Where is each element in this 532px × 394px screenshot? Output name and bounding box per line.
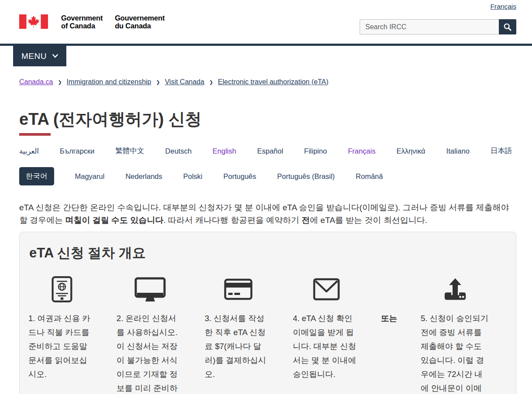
breadcrumb-link-visit-canada[interactable]: Visit Canada bbox=[165, 78, 204, 86]
language-link-spanish[interactable]: Español bbox=[257, 147, 283, 155]
overview-title: eTA 신청 절차 개요 bbox=[29, 245, 507, 261]
language-link-english[interactable]: English bbox=[213, 147, 236, 155]
breadcrumb-chevron-icon: ❯ bbox=[156, 79, 160, 85]
intro-text: 에 eTA를 받는 것이 최선입니다. bbox=[310, 216, 427, 225]
government-of-canada-signature: Government of Canada Gouvernement du Can… bbox=[19, 14, 165, 30]
language-link-arabic[interactable]: العربية bbox=[19, 147, 39, 155]
search-input[interactable] bbox=[360, 19, 499, 34]
search-button[interactable] bbox=[499, 19, 516, 34]
step-2-online-form: 2. 온라인 신청서를 사용하십시오. 이 신청서는 저장이 불가능한 서식이므… bbox=[117, 272, 183, 394]
upload-icon bbox=[443, 277, 468, 301]
step-1-prepare-documents: 1. 여권과 신용 카드나 직불 카드를 준비하고 도움말 문서를 읽어보십시오… bbox=[28, 272, 95, 394]
eta-process-overview-panel: eTA 신청 절차 개요 1. 여권과 신용 카드나 직불 카드를 준비하고 도… bbox=[19, 232, 516, 394]
envelope-icon bbox=[313, 278, 340, 301]
language-link-portuguese-brazil[interactable]: Português (Brasil) bbox=[277, 172, 335, 181]
menu-bar-divider bbox=[0, 44, 532, 46]
language-list: العربية Български 繁體中文 Deutsch English E… bbox=[19, 146, 516, 185]
search-icon bbox=[503, 23, 512, 31]
site-search bbox=[360, 19, 516, 34]
page-title: eTA (전자여행허가) 신청 bbox=[19, 110, 516, 129]
chevron-down-icon bbox=[52, 54, 58, 58]
or-label: 또는 bbox=[381, 312, 399, 325]
step-5-text: 5. 신청이 승인되기 전에 증빙 서류를 제출해야 할 수도 있습니다. 이럴… bbox=[421, 312, 490, 394]
language-link-korean-selected[interactable]: 한국어 bbox=[19, 167, 54, 185]
credit-card-icon bbox=[224, 278, 253, 300]
breadcrumb-link-eta[interactable]: Electronic travel authorization (eTA) bbox=[218, 78, 328, 86]
overview-steps: 1. 여권과 신용 카드나 직불 카드를 준비하고 도움말 문서를 읽어보십시오… bbox=[28, 272, 507, 394]
intro-bold-before: 전 bbox=[302, 216, 310, 225]
intro-text: . 따라서 캐나다행 항공편을 예약하기 bbox=[163, 216, 302, 225]
breadcrumb: Canada.ca ❯ Immigration and citizenship … bbox=[19, 78, 516, 86]
language-link-dutch[interactable]: Nederlands bbox=[125, 172, 162, 181]
intro-paragraph: eTA 신청은 간단한 온라인 수속입니다. 대부분의 신청자가 몇 분 이내에… bbox=[19, 201, 516, 226]
breadcrumb-link-immigration[interactable]: Immigration and citizenship bbox=[67, 78, 151, 86]
step-1-text: 1. 여권과 신용 카드나 직불 카드를 준비하고 도움말 문서를 읽어보십시오… bbox=[28, 312, 95, 381]
language-link-japanese[interactable]: 日本語 bbox=[491, 146, 512, 156]
step-4-text: 4. eTA 신청 확인 이메일을 받게 됩니다. 대부분 신청서는 몇 분 이… bbox=[293, 312, 360, 381]
intro-bold-days: 며칠이 걸릴 수도 있습니다 bbox=[65, 216, 164, 225]
logo-text-english: Government of Canada bbox=[61, 14, 103, 30]
language-link-filipino[interactable]: Filipino bbox=[304, 147, 327, 155]
language-link-italian[interactable]: Italiano bbox=[446, 147, 470, 155]
passport-icon bbox=[51, 276, 73, 303]
language-link-french[interactable]: Français bbox=[348, 147, 375, 155]
language-link-polish[interactable]: Polski bbox=[183, 172, 203, 181]
breadcrumb-chevron-icon: ❯ bbox=[209, 79, 213, 85]
step-3-text: 3. 신청서를 작성한 직후 eTA 신청료 $7(캐나다 달러)를 결제하십시… bbox=[205, 312, 271, 381]
title-red-underline bbox=[19, 133, 51, 136]
site-header: Français Government of Canada Gouverneme… bbox=[0, 0, 532, 44]
or-separator: 또는 bbox=[381, 272, 399, 394]
language-link-german[interactable]: Deutsch bbox=[165, 147, 192, 155]
monitor-icon bbox=[134, 277, 166, 301]
step-5-upload-documents: 5. 신청이 승인되기 전에 증빙 서류를 제출해야 할 수도 있습니다. 이럴… bbox=[421, 272, 490, 394]
step-4-confirmation-email: 4. eTA 신청 확인 이메일을 받게 됩니다. 대부분 신청서는 몇 분 이… bbox=[293, 272, 360, 394]
language-link-bulgarian[interactable]: Български bbox=[60, 147, 94, 155]
canada-flag-icon bbox=[19, 14, 48, 29]
language-toggle-link[interactable]: Français bbox=[491, 3, 516, 10]
step-2-text: 2. 온라인 신청서를 사용하십시오. 이 신청서는 저장이 불가능한 서식이므… bbox=[117, 312, 183, 394]
breadcrumb-chevron-icon: ❯ bbox=[58, 79, 62, 85]
step-3-pay-fee: 3. 신청서를 작성한 직후 eTA 신청료 $7(캐나다 달러)를 결제하십시… bbox=[205, 272, 271, 394]
menu-button-label: MENU bbox=[21, 51, 47, 61]
breadcrumb-link-canada-ca[interactable]: Canada.ca bbox=[19, 78, 53, 86]
language-link-chinese-traditional[interactable]: 繁體中文 bbox=[116, 146, 144, 156]
logo-text-french: Gouvernement du Canada bbox=[115, 14, 165, 30]
language-link-hungarian[interactable]: Magyarul bbox=[75, 172, 105, 181]
language-link-greek[interactable]: Ελληνικά bbox=[396, 147, 425, 155]
language-link-portuguese[interactable]: Português bbox=[223, 172, 256, 181]
language-link-romanian[interactable]: Română bbox=[356, 172, 383, 181]
menu-button[interactable]: MENU bbox=[13, 46, 66, 66]
